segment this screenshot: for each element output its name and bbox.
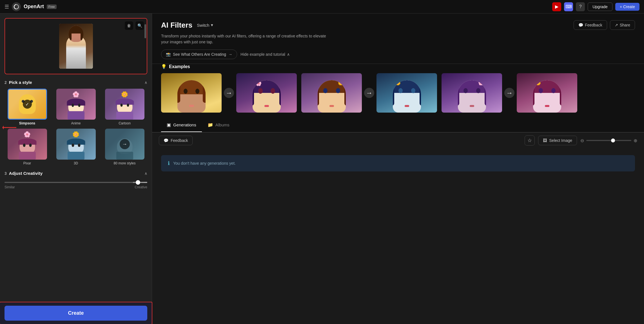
feedback-toolbar-label: Feedback	[171, 138, 188, 143]
style-section-header: 2 Pick a style ∧	[5, 80, 147, 85]
left-sidebar: 🗑 🔍 2 Pick a style ∧	[0, 14, 152, 324]
zoom-track[interactable]	[586, 140, 631, 141]
tab-albums[interactable]: 📁 Albums	[202, 118, 235, 132]
style-item-simpsons[interactable]: ✓ Simpsons	[5, 89, 50, 125]
upgrade-button[interactable]: Upgrade	[588, 3, 612, 11]
creativity-title: 3 Adjust Creativity	[5, 171, 43, 176]
toolbar-right: ☆ 🖼 Select Image ⊖ ⊕	[525, 135, 637, 146]
menu-icon[interactable]: ☰	[5, 4, 9, 10]
upload-icons: 🗑 🔍	[125, 21, 144, 30]
style-item-pixar[interactable]: 🌸 Pixar	[5, 129, 50, 165]
zoom-in-icon[interactable]: ⊕	[634, 138, 637, 143]
style-thumb-cartoon: 🌼	[105, 89, 144, 120]
more-styles-arrow: →	[120, 139, 130, 149]
feedback-toolbar-button[interactable]: 💬 Feedback	[159, 136, 193, 145]
toolbar-left: 💬 Feedback	[159, 136, 193, 145]
albums-tab-icon: 📁	[208, 122, 213, 128]
no-generations-notice: ℹ You don't have any generations yet.	[161, 155, 635, 171]
logo-text: OpenArt	[24, 4, 44, 10]
style-item-3d[interactable]: 🌼 3D	[53, 129, 99, 165]
see-others-icon: 📸	[166, 52, 171, 57]
discord-icon[interactable]: ⌨	[564, 2, 573, 11]
topnav-right: ▶ ⌨ ? Upgrade + Create	[552, 2, 639, 11]
examples-bulb-icon: 💡	[161, 64, 167, 69]
generations-area[interactable]: ℹ You don't have any generations yet.	[152, 148, 644, 324]
topnav-left: ☰ OpenArt Free	[5, 2, 549, 11]
examples-title: 💡 Examples	[161, 64, 635, 69]
style-thumb-simpsons: ✓	[8, 89, 47, 120]
switch-button[interactable]: Switch ▾	[197, 23, 213, 28]
style-item-more[interactable]: → 80 more styles	[102, 129, 147, 165]
style-grid: ✓ Simpsons	[5, 89, 147, 165]
zoom-slider[interactable]: ⊖ ⊕	[580, 138, 637, 143]
example-arrow-3: →	[504, 88, 514, 98]
cartoon-label: Cartoon	[119, 121, 131, 125]
bottom-toolbar: 💬 Feedback ☆ 🖼 Select Image ⊖ ⊕	[152, 132, 644, 148]
create-top-button[interactable]: + Create	[615, 3, 639, 11]
main-layout: 🗑 🔍 2 Pick a style ∧	[0, 14, 644, 324]
pixar-flower-deco: 🌸	[24, 131, 31, 138]
share-panel-icon: ↗	[615, 23, 618, 27]
hide-tutorial-button[interactable]: Hide example and tutorial ∧	[240, 52, 290, 57]
examples-label: Examples	[169, 64, 190, 69]
example-img-anime-1: 🌸	[236, 73, 297, 113]
hide-tutorial-icon: ∧	[287, 52, 290, 57]
delete-upload-button[interactable]: 🗑	[125, 21, 133, 30]
info-icon: ℹ	[168, 160, 170, 166]
style-item-anime[interactable]: 🌸 Anime	[53, 89, 99, 125]
example-img-anime-blue: 🌼	[376, 73, 437, 113]
star-button[interactable]: ☆	[525, 135, 535, 146]
generations-tab-icon: ▣	[167, 122, 171, 128]
creativity-collapse-button[interactable]: ∧	[144, 171, 147, 176]
style-thumb-anime: 🌸	[56, 89, 96, 120]
panel-title-group: AI Filters Switch ▾	[161, 21, 213, 30]
feedback-toolbar-icon: 💬	[164, 138, 168, 143]
zoom-out-icon[interactable]: ⊖	[580, 138, 584, 143]
sidebar-scroll[interactable]: 🗑 🔍 2 Pick a style ∧	[0, 14, 152, 302]
similar-label: Similar	[5, 185, 15, 189]
zoom-upload-button[interactable]: 🔍	[135, 21, 144, 30]
creativity-slider-container[interactable]: Similar Creative	[5, 180, 147, 190]
select-image-label: Select Image	[549, 138, 572, 143]
feedback-panel-label: Feedback	[585, 23, 602, 27]
style-item-cartoon[interactable]: 🌼 Cartoon	[102, 89, 147, 125]
creativity-labels: Similar Creative	[5, 185, 147, 189]
panel-header: AI Filters Switch ▾ 💬 Feedback ↗ Share	[161, 20, 635, 30]
sidebar-bottom: Create	[0, 302, 152, 324]
free-badge: Free	[47, 5, 57, 9]
style-thumb-pixar: 🌸	[8, 129, 47, 160]
youtube-icon[interactable]: ▶	[552, 2, 561, 11]
creativity-section: 3 Adjust Creativity ∧ Similar Creative	[5, 171, 147, 190]
see-others-button[interactable]: 📸 See What Others Are Creating →	[161, 50, 237, 59]
ai-filters-panel: AI Filters Switch ▾ 💬 Feedback ↗ Share	[152, 14, 644, 64]
creative-label: Creative	[135, 185, 147, 189]
select-image-button[interactable]: 🖼 Select Image	[538, 136, 577, 145]
adjust-creativity-label: Adjust Creativity	[9, 171, 43, 176]
switch-chevron-icon: ▾	[211, 23, 213, 28]
example-img-realistic-1	[161, 73, 222, 113]
tab-generations[interactable]: ▣ Generations	[161, 118, 202, 132]
example-img-anime-light-1: 🌼	[301, 73, 362, 113]
create-main-button[interactable]: Create	[5, 306, 147, 321]
share-panel-label: Share	[620, 23, 630, 27]
style-collapse-button[interactable]: ∧	[144, 80, 147, 85]
share-panel-button[interactable]: ↗ Share	[610, 20, 635, 30]
style-section-title: 2 Pick a style	[5, 80, 32, 85]
feedback-panel-button[interactable]: 💬 Feedback	[574, 20, 607, 30]
hide-tutorial-label: Hide example and tutorial	[240, 52, 285, 57]
pixar-label: Pixar	[23, 161, 31, 165]
creativity-slider[interactable]	[5, 182, 147, 183]
example-pair-2: 🌼 →	[301, 73, 437, 113]
creativity-slider-thumb[interactable]	[136, 180, 140, 185]
zoom-slider-thumb[interactable]	[611, 138, 615, 142]
examples-section: 💡 Examples	[152, 64, 644, 118]
feedback-panel-icon: 💬	[578, 23, 583, 27]
example-pair-3: 🌸 →	[442, 73, 577, 113]
panel-description: Transform your photos instantly with our…	[161, 33, 330, 45]
logo-icon	[12, 2, 21, 11]
upload-area[interactable]: 🗑 🔍	[5, 18, 147, 74]
example-arrow-2: →	[364, 88, 374, 98]
help-icon[interactable]: ?	[576, 2, 585, 11]
style-thumb-3d: 🌼	[56, 129, 96, 160]
upload-preview	[59, 24, 93, 69]
